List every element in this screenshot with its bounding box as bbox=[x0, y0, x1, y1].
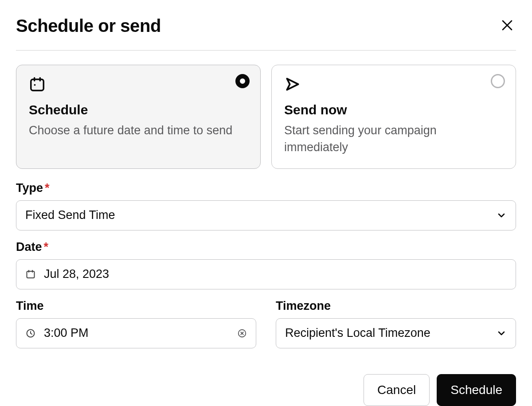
clock-icon bbox=[25, 328, 36, 339]
type-label: Type* bbox=[16, 181, 516, 195]
date-label: Date* bbox=[16, 240, 516, 254]
chevron-down-icon bbox=[496, 210, 507, 221]
timezone-label: Timezone bbox=[276, 299, 516, 313]
required-mark: * bbox=[45, 181, 50, 195]
radio-selected-icon bbox=[235, 74, 250, 88]
required-mark: * bbox=[44, 240, 49, 254]
svg-rect-6 bbox=[27, 271, 35, 278]
close-button[interactable] bbox=[498, 17, 516, 35]
calendar-small-icon bbox=[25, 269, 36, 280]
time-input[interactable]: 3:00 PM bbox=[16, 318, 256, 348]
calendar-icon bbox=[29, 76, 248, 94]
cancel-button[interactable]: Cancel bbox=[364, 374, 430, 406]
option-send-now-description: Start sending your campaign immediately bbox=[284, 122, 503, 156]
schedule-button[interactable]: Schedule bbox=[437, 374, 516, 406]
send-icon bbox=[284, 76, 503, 94]
option-send-now-card[interactable]: Send now Start sending your campaign imm… bbox=[271, 65, 516, 169]
svg-rect-2 bbox=[31, 79, 44, 90]
date-input[interactable]: Jul 28, 2023 bbox=[16, 259, 516, 289]
option-send-now-title: Send now bbox=[284, 102, 503, 117]
clear-icon[interactable] bbox=[237, 328, 247, 338]
option-schedule-title: Schedule bbox=[29, 102, 248, 117]
svg-point-5 bbox=[34, 84, 36, 86]
type-select[interactable]: Fixed Send Time bbox=[16, 200, 516, 230]
timezone-value: Recipient's Local Timezone bbox=[285, 326, 496, 340]
chevron-down-icon bbox=[496, 328, 507, 339]
time-value: 3:00 PM bbox=[44, 326, 237, 340]
radio-unselected-icon bbox=[491, 74, 505, 88]
type-value: Fixed Send Time bbox=[25, 208, 496, 222]
timezone-select[interactable]: Recipient's Local Timezone bbox=[276, 318, 516, 348]
option-schedule-description: Choose a future date and time to send bbox=[29, 122, 248, 139]
date-value: Jul 28, 2023 bbox=[44, 267, 507, 281]
option-schedule-card[interactable]: Schedule Choose a future date and time t… bbox=[16, 65, 261, 169]
dialog-title: Schedule or send bbox=[16, 16, 161, 36]
time-label: Time bbox=[16, 299, 256, 313]
close-icon bbox=[501, 19, 514, 33]
